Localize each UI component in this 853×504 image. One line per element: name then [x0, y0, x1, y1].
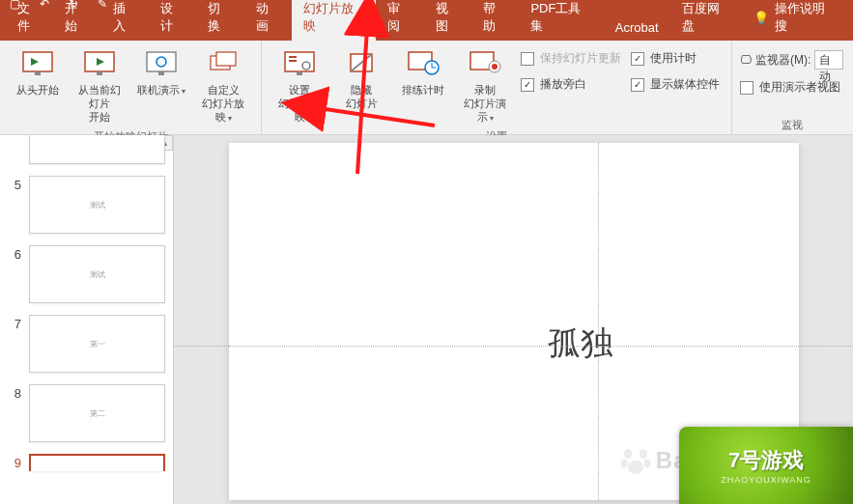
svg-point-25 [624, 449, 632, 459]
play-narration-checkbox[interactable]: 播放旁白 [521, 76, 621, 93]
svg-point-27 [620, 460, 627, 468]
setup-slideshow-button[interactable]: 设置 幻灯片放映 [270, 44, 329, 127]
svg-rect-2 [35, 71, 41, 75]
tab-review[interactable]: 审阅 [376, 0, 423, 41]
tab-insert[interactable]: 插入 [101, 0, 149, 41]
svg-point-26 [640, 449, 647, 459]
svg-rect-10 [216, 52, 236, 66]
svg-rect-8 [158, 71, 164, 75]
play-from-start-icon [20, 46, 55, 81]
svg-rect-5 [97, 71, 102, 75]
svg-point-28 [643, 460, 650, 468]
use-timings-checkbox[interactable]: 使用计时 [631, 50, 720, 67]
svg-rect-6 [147, 52, 176, 71]
svg-point-24 [492, 64, 498, 70]
thumbnail-8[interactable]: 8 第二 [0, 378, 173, 448]
group-monitor-label: 监视 [740, 116, 843, 134]
checkbox-icon [521, 52, 534, 66]
lightbulb-icon: 💡 [753, 11, 769, 25]
thumbnail-7[interactable]: 7 第一 [0, 309, 173, 378]
presenter-view-checkbox[interactable]: 使用演示者视图 [740, 79, 843, 96]
tab-file[interactable]: 文件 [6, 0, 53, 41]
game-site-logo: 7号游戏 ZHAOYOUXIWANG [679, 427, 853, 504]
monitor-select[interactable]: 自动 [814, 50, 843, 70]
show-media-checkbox[interactable]: 显示媒体控件 [631, 76, 720, 93]
tab-home[interactable]: 开始 [53, 0, 100, 41]
play-from-current-icon [82, 46, 117, 81]
ribbon-group-start: 从头开始 从当前幻灯片 开始 联机演示 自定义 幻灯片放映 开 [0, 41, 262, 134]
monitor-label: 监视器(M): [755, 52, 810, 69]
thumbnail-5[interactable]: 5 测试 [0, 170, 173, 239]
hide-slide-button[interactable]: 隐藏 幻灯片 [331, 44, 391, 127]
custom-show-button[interactable]: 自定义 幻灯片放映 [193, 44, 253, 127]
record-icon [468, 46, 502, 81]
slide-text[interactable]: 孤独 [548, 322, 613, 366]
custom-show-icon [206, 46, 241, 81]
checkbox-icon [740, 81, 753, 95]
online-present-icon [144, 46, 179, 81]
tab-design[interactable]: 设计 [149, 0, 196, 41]
thumbnail-panel[interactable]: ▴ 5 测试 6 测试 7 第一 8 第二 9 [0, 135, 174, 504]
tab-instructions[interactable]: 💡 操作说明搜 [742, 0, 847, 41]
tab-acrobat[interactable]: Acrobat [604, 14, 670, 41]
record-button[interactable]: 录制 幻灯片演示 [455, 44, 515, 127]
checkbox-icon [631, 52, 644, 66]
tab-animation[interactable]: 动画 [244, 0, 292, 41]
tab-transition[interactable]: 切换 [196, 0, 243, 41]
checkbox-icon [521, 78, 534, 92]
tab-slideshow[interactable]: 幻灯片放映 [292, 0, 376, 41]
ribbon-group-setup: 设置 幻灯片放映 隐藏 幻灯片 排练计时 录制 幻灯片演示 [262, 41, 732, 134]
svg-rect-13 [289, 60, 297, 62]
guide-horizontal [174, 346, 853, 347]
hide-slide-icon [344, 46, 379, 81]
online-present-button[interactable]: 联机演示 [131, 44, 191, 127]
baidu-paw-icon [619, 444, 652, 477]
tab-baidu[interactable]: 百度网盘 [670, 0, 743, 41]
tab-help[interactable]: 帮助 [471, 0, 519, 41]
rehearse-icon [406, 46, 441, 81]
svg-point-29 [628, 461, 643, 474]
from-current-button[interactable]: 从当前幻灯片 开始 [70, 44, 129, 127]
thumbnail-9[interactable]: 9 [0, 448, 173, 477]
ribbon: 从头开始 从当前幻灯片 开始 联机演示 自定义 幻灯片放映 开 [0, 41, 853, 135]
ribbon-group-monitor: 🖵 监视器(M): 自动 使用演示者视图 监视 [732, 41, 851, 134]
tab-view[interactable]: 视图 [424, 0, 471, 41]
monitor-icon: 🖵 [740, 53, 752, 67]
tab-bar: 文件 开始 插入 设计 切换 动画 幻灯片放映 审阅 视图 帮助 PDF工具集 … [0, 8, 853, 41]
thumbnail-6[interactable]: 6 测试 [0, 239, 173, 309]
setup-icon [282, 46, 317, 81]
from-beginning-button[interactable]: 从头开始 [8, 44, 68, 127]
checkbox-icon [631, 78, 644, 92]
thumbnail-4-partial[interactable] [0, 135, 173, 170]
svg-rect-12 [289, 56, 297, 58]
rehearse-button[interactable]: 排练计时 [393, 44, 453, 127]
keep-updated-checkbox: 保持幻灯片更新 [521, 50, 621, 67]
svg-rect-15 [297, 71, 302, 75]
tab-pdftools[interactable]: PDF工具集 [519, 0, 603, 41]
